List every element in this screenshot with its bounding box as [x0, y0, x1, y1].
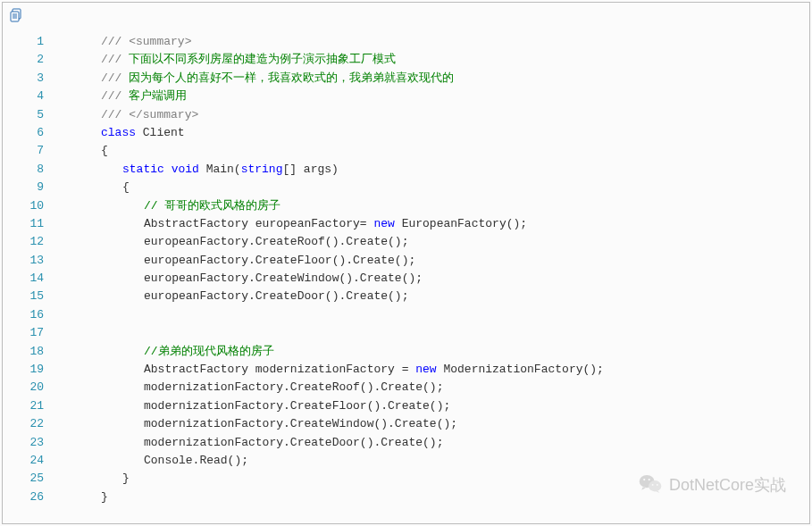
code-line: 15europeanFactory.CreateDoor().Create(); [3, 288, 809, 305]
line-number: 3 [3, 70, 58, 88]
code-content: //弟弟的现代风格的房子 [58, 343, 809, 361]
code-frame: 1/// <summary>2/// 下面以不同系列房屋的建造为例子演示抽象工厂… [2, 2, 810, 524]
code-content: /// <summary> [58, 33, 809, 51]
code-content: modernizationFactory.CreateFloor().Creat… [58, 397, 809, 415]
watermark: DotNetCore实战 [639, 473, 786, 497]
code-line: 1/// <summary> [3, 33, 809, 51]
line-number: 2 [3, 51, 58, 69]
svg-point-7 [643, 479, 645, 480]
code-line: 19AbstractFactory modernizationFactory =… [3, 361, 809, 379]
code-content: modernizationFactory.CreateRoof().Create… [58, 379, 809, 397]
code-line: 7{ [3, 142, 809, 160]
code-line: 20modernizationFactory.CreateRoof().Crea… [3, 379, 809, 397]
code-content: { [58, 142, 809, 160]
line-number: 19 [3, 361, 58, 379]
code-line: 2/// 下面以不同系列房屋的建造为例子演示抽象工厂模式 [3, 51, 809, 69]
code-content: /// </summary> [58, 106, 809, 124]
code-content: /// 客户端调用 [58, 88, 809, 105]
wechat-icon [639, 473, 662, 497]
line-number: 17 [3, 324, 58, 342]
code-line: 24Console.Read(); [3, 452, 809, 470]
line-number: 5 [3, 106, 58, 124]
code-line: 6class Client [3, 124, 809, 142]
line-number: 1 [3, 33, 58, 51]
code-line: 18//弟弟的现代风格的房子 [3, 343, 809, 361]
code-line: 14europeanFactory.CreateWindow().Create(… [3, 270, 809, 288]
code-line: 3/// 因为每个人的喜好不一样，我喜欢欧式的，我弟弟就喜欢现代的 [3, 70, 809, 88]
code-content: europeanFactory.CreateRoof().Create(); [58, 233, 809, 251]
svg-point-8 [649, 479, 650, 480]
code-content: europeanFactory.CreateWindow().Create(); [58, 270, 809, 288]
code-content: /// 下面以不同系列房屋的建造为例子演示抽象工厂模式 [58, 51, 809, 69]
line-number: 22 [3, 415, 58, 433]
code-line: 10// 哥哥的欧式风格的房子 [3, 197, 809, 215]
code-line: 12europeanFactory.CreateRoof().Create(); [3, 233, 809, 251]
svg-point-6 [649, 480, 661, 491]
code-line: 22modernizationFactory.CreateWindow().Cr… [3, 415, 809, 433]
line-number: 21 [3, 397, 58, 415]
line-number: 25 [3, 470, 58, 488]
code-content: class Client [58, 124, 809, 142]
watermark-text: DotNetCore实战 [669, 474, 786, 496]
code-line: 5/// </summary> [3, 106, 809, 124]
code-block: 1/// <summary>2/// 下面以不同系列房屋的建造为例子演示抽象工厂… [3, 33, 809, 506]
code-content: // 哥哥的欧式风格的房子 [58, 197, 809, 215]
code-line: 13europeanFactory.CreateFloor().Create()… [3, 252, 809, 270]
line-number: 4 [3, 88, 58, 105]
code-line: 11AbstractFactory europeanFactory= new E… [3, 215, 809, 233]
line-number: 26 [3, 488, 58, 506]
line-number: 12 [3, 233, 58, 251]
code-content: Console.Read(); [58, 452, 809, 470]
line-number: 11 [3, 215, 58, 233]
line-number: 15 [3, 288, 58, 305]
line-number: 8 [3, 161, 58, 179]
code-content: /// 因为每个人的喜好不一样，我喜欢欧式的，我弟弟就喜欢现代的 [58, 70, 809, 88]
copy-icon[interactable] [10, 8, 24, 22]
line-number: 14 [3, 270, 58, 288]
code-content: AbstractFactory europeanFactory= new Eur… [58, 215, 809, 233]
svg-point-10 [657, 484, 658, 486]
line-number: 16 [3, 306, 58, 324]
code-content: modernizationFactory.CreateDoor().Create… [58, 434, 809, 452]
code-content: AbstractFactory modernizationFactory = n… [58, 361, 809, 379]
svg-point-9 [652, 484, 654, 486]
code-line: 23modernizationFactory.CreateDoor().Crea… [3, 434, 809, 452]
code-content: modernizationFactory.CreateWindow().Crea… [58, 415, 809, 433]
code-line: 17 [3, 324, 809, 342]
code-content: { [58, 179, 809, 196]
code-line: 8static void Main(string[] args) [3, 161, 809, 179]
line-number: 18 [3, 343, 58, 361]
line-number: 13 [3, 252, 58, 270]
code-line: 4/// 客户端调用 [3, 88, 809, 105]
line-number: 9 [3, 179, 58, 196]
code-content: europeanFactory.CreateFloor().Create(); [58, 252, 809, 270]
code-content: europeanFactory.CreateDoor().Create(); [58, 288, 809, 305]
line-number: 23 [3, 434, 58, 452]
line-number: 10 [3, 197, 58, 215]
code-content: static void Main(string[] args) [58, 161, 809, 179]
line-number: 7 [3, 142, 58, 160]
line-number: 6 [3, 124, 58, 142]
code-line: 21modernizationFactory.CreateFloor().Cre… [3, 397, 809, 415]
code-line: 16 [3, 306, 809, 324]
code-line: 9{ [3, 179, 809, 196]
line-number: 20 [3, 379, 58, 397]
line-number: 24 [3, 452, 58, 470]
